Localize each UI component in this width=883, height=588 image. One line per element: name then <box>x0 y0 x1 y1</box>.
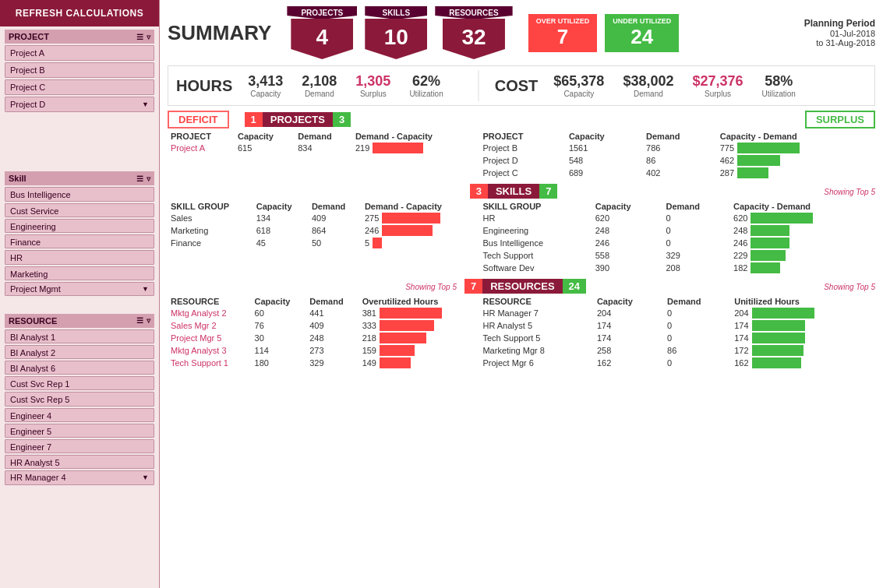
resource-section-header: RESOURCE ☰ ▿ <box>5 314 154 328</box>
resource-item-3[interactable]: BI Analyst 6 <box>5 361 154 375</box>
skill-item-hr[interactable]: HR <box>5 250 154 264</box>
surplus-header: SURPLUS <box>479 111 875 129</box>
res-projmgr5-cap: 30 <box>252 332 307 344</box>
bar-project-a <box>373 143 423 153</box>
skills-tables: SKILL GROUP Capacity Demand Demand - Cap… <box>168 201 875 274</box>
resources-section: Showing Top 5 7 RESOURCES 24 Showing Top… <box>168 279 875 369</box>
projects-deficit-panel: DEFICIT 1 PROJECTS 3 PROJECT Capacity De… <box>168 111 472 179</box>
table-row: Project C 689 402 287 <box>479 167 875 179</box>
res-salesmgr2[interactable]: Sales Mgr 2 <box>168 319 252 332</box>
res-mktg3[interactable]: Mktg Analyst 3 <box>168 344 252 357</box>
col-skill-diff-s: Capacity - Demand <box>730 201 875 212</box>
resources-over-table-wrap: RESOURCE Capacity Demand Overutilized Ho… <box>168 296 472 369</box>
table-row: Bus Intelligence 246 0 246 <box>479 237 875 249</box>
skill-techsupport: Tech Support <box>479 249 592 262</box>
skills-surplus-table-wrap: SKILL GROUP Capacity Demand Capacity - D… <box>479 201 875 274</box>
res-mktgmgr8-cap: 258 <box>594 344 664 357</box>
res-techsup1-dem: 329 <box>306 357 358 369</box>
project-filter-icon[interactable]: ☰ <box>136 33 143 41</box>
bar-mktgmgr8 <box>752 345 804 356</box>
planning-period-to-label: to <box>816 38 823 48</box>
res-salesmgr2-cap: 76 <box>252 319 307 332</box>
skill-item-mkt[interactable]: Marketing <box>5 266 154 280</box>
res-hranalyst5-diff: 174 <box>731 319 875 332</box>
project-sort-icon[interactable]: ▿ <box>147 33 150 41</box>
col-skill-dem-s: Demand <box>662 201 730 212</box>
table-row: Project Mgr 5 30 248 218 <box>168 332 472 344</box>
skill-item-pm[interactable]: Project Mgmt ▼ <box>5 282 154 296</box>
cost-utilization: 58% Utilization <box>762 73 796 98</box>
resource-list: BI Analyst 1 BI Analyst 2 BI Analyst 6 C… <box>5 329 154 485</box>
projects-badge-center-label: PROJECTS <box>263 112 333 127</box>
resource-item-6[interactable]: Engineer 4 <box>5 408 154 422</box>
res-mktg2[interactable]: Mktg Analyst 2 <box>168 307 252 319</box>
table-row: Project B 1561 786 775 <box>479 142 875 154</box>
skill-item-bi[interactable]: Bus Intelligence <box>5 187 154 201</box>
resources-showing-top-left: Showing Top 5 <box>168 282 464 291</box>
res-techsup1-cap: 180 <box>252 357 307 369</box>
over-utilized-value: 7 <box>536 25 590 49</box>
skill-marketing-dem: 864 <box>309 224 362 237</box>
surplus-label: SURPLUS <box>805 111 875 129</box>
skills-section: 3 SKILLS 7 Showing Top 5 SKILL GROUP Cap <box>168 184 875 274</box>
project-a-demand: 834 <box>295 142 352 154</box>
project-b-name: Project B <box>479 142 565 154</box>
res-techsup5-dem: 0 <box>664 332 731 344</box>
hours-util-value: 62% <box>409 73 443 90</box>
planning-period-title: Planning Period <box>804 18 875 29</box>
skill-item-eng[interactable]: Engineering <box>5 219 154 233</box>
skill-item-fin[interactable]: Finance <box>5 234 154 248</box>
skills-badge: SKILLS 10 <box>365 6 427 59</box>
project-item-b[interactable]: Project B <box>5 62 154 78</box>
resource-filter-icon[interactable]: ☰ <box>136 316 143 325</box>
cost-surplus-label: Surplus <box>692 90 743 98</box>
project-b-diff: 775 <box>717 142 875 154</box>
res-techsup1[interactable]: Tech Support 1 <box>168 357 252 369</box>
metrics-divider <box>478 70 479 101</box>
hours-title: HOURS <box>176 77 232 95</box>
res-techsup5-cap: 174 <box>594 332 664 344</box>
table-row: Engineering 248 0 248 <box>479 224 875 237</box>
resource-sort-icon[interactable]: ▿ <box>147 316 150 325</box>
bar-project-c <box>737 167 768 178</box>
col-demand-cap: Demand - Capacity <box>352 131 472 142</box>
resource-item-10[interactable]: HR Manager 4 ▼ <box>5 470 154 484</box>
project-name-a[interactable]: Project A <box>168 142 235 154</box>
resources-badge-value: 32 <box>443 19 505 59</box>
res-projmgr5[interactable]: Project Mgr 5 <box>168 332 252 344</box>
res-mktg2-dem: 441 <box>306 307 358 319</box>
bar-projmgr6 <box>752 357 801 368</box>
project-item-d[interactable]: Project D ▼ <box>5 97 154 112</box>
skill-softwaredev-diff: 182 <box>730 262 875 274</box>
refresh-button[interactable]: REFRESH CALCULATIONS <box>0 0 159 26</box>
hours-demand-value: 2,108 <box>302 73 337 90</box>
skill-filter-icon[interactable]: ☰ <box>136 174 143 183</box>
res-hrmgr7: HR Manager 7 <box>479 307 593 319</box>
resource-item-2[interactable]: BI Analyst 2 <box>5 345 154 359</box>
skills-badge-value: 10 <box>365 19 427 59</box>
skill-item-cust[interactable]: Cust Service <box>5 203 154 217</box>
skill-hr-cap: 620 <box>592 212 663 224</box>
resource-item-8[interactable]: Engineer 7 <box>5 439 154 453</box>
resource-item-1[interactable]: BI Analyst 1 <box>5 329 154 343</box>
project-b-demand: 786 <box>643 142 717 154</box>
showing-top-label: Showing Top 5 <box>824 188 875 196</box>
skill-finance-dem: 50 <box>309 237 362 249</box>
resource-item-7[interactable]: Engineer 5 <box>5 424 154 438</box>
skill-scroll-icon[interactable]: ▼ <box>142 285 149 293</box>
project-item-c[interactable]: Project C <box>5 79 154 95</box>
res-projmgr6-cap: 162 <box>594 357 664 369</box>
col-project: PROJECT <box>168 131 235 142</box>
resource-item-9[interactable]: HR Analyst 5 <box>5 455 154 469</box>
resource-item-5[interactable]: Cust Svc Rep 5 <box>5 392 154 406</box>
res-projmgr6-diff: 162 <box>731 357 875 369</box>
resource-item-4[interactable]: Cust Svc Rep 1 <box>5 376 154 390</box>
project-item-a[interactable]: Project A <box>5 45 154 61</box>
scroll-down-icon[interactable]: ▼ <box>142 100 149 108</box>
col-resource-u: RESOURCE <box>479 296 593 307</box>
skill-techsupport-cap: 558 <box>592 249 663 262</box>
skill-sort-icon[interactable]: ▿ <box>147 174 150 183</box>
table-row: HR Manager 7 204 0 204 <box>479 307 875 319</box>
resource-scroll-icon[interactable]: ▼ <box>142 474 149 481</box>
cost-demand-value: $38,002 <box>623 73 673 90</box>
